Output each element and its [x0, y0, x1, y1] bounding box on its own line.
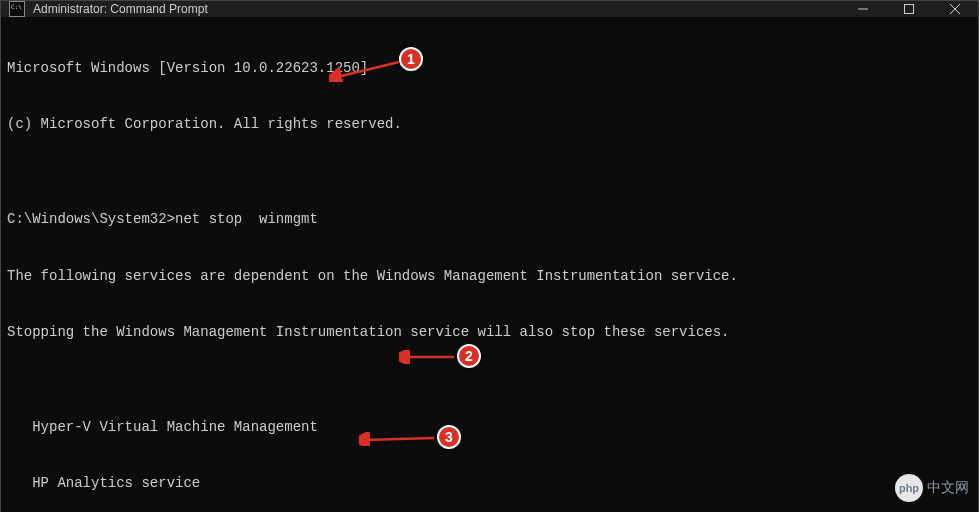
terminal-line: Stopping the Windows Management Instrume…: [7, 323, 972, 342]
close-button[interactable]: [932, 1, 978, 17]
window-controls: [840, 1, 978, 17]
titlebar-left: Administrator: Command Prompt: [1, 1, 208, 17]
command-prompt-window: Administrator: Command Prompt Microsoft …: [0, 0, 979, 512]
svg-rect-1: [905, 5, 914, 14]
titlebar[interactable]: Administrator: Command Prompt: [1, 1, 978, 17]
maximize-button[interactable]: [886, 1, 932, 17]
terminal-line: C:\Windows\System32>net stop winmgmt: [7, 210, 972, 229]
minimize-button[interactable]: [840, 1, 886, 17]
window-title: Administrator: Command Prompt: [33, 2, 208, 16]
annotation-badge-2: 2: [457, 344, 481, 368]
watermark-text: 中文网: [927, 479, 969, 497]
terminal-line: (c) Microsoft Corporation. All rights re…: [7, 115, 972, 134]
terminal-line: Microsoft Windows [Version 10.0.22623.12…: [7, 59, 972, 78]
annotation-badge-1: 1: [399, 47, 423, 71]
terminal-line: The following services are dependent on …: [7, 267, 972, 286]
terminal-output[interactable]: Microsoft Windows [Version 10.0.22623.12…: [1, 17, 978, 512]
watermark: php 中文网: [895, 474, 969, 502]
terminal-line: Hyper-V Virtual Machine Management: [7, 418, 972, 437]
cmd-icon: [9, 1, 25, 17]
arrow-2: [399, 350, 459, 364]
terminal-line: HP Analytics service: [7, 474, 972, 493]
watermark-icon: php: [895, 474, 923, 502]
svg-line-9: [365, 438, 434, 440]
annotation-badge-3: 3: [437, 425, 461, 449]
